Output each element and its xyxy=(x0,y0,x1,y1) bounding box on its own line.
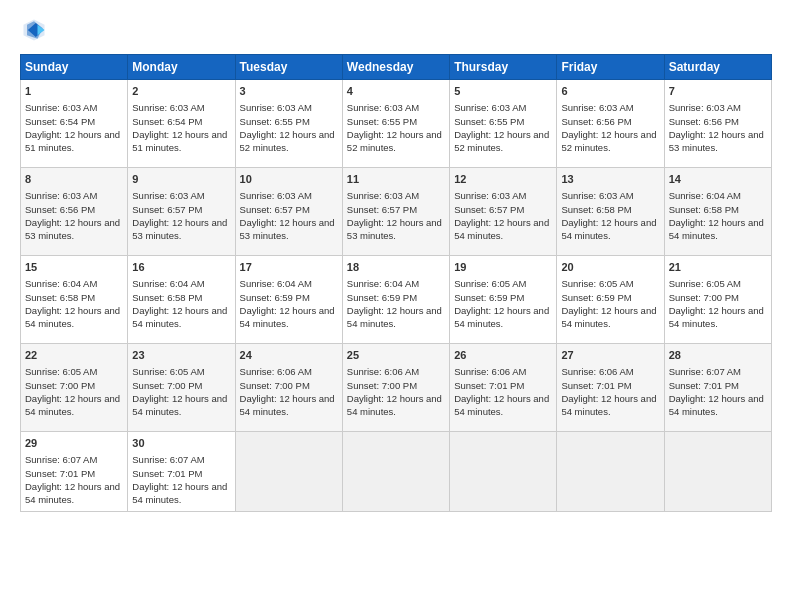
day-info: Sunrise: 6:03 AM Sunset: 6:57 PM Dayligh… xyxy=(240,190,335,241)
calendar-week-row: 22Sunrise: 6:05 AM Sunset: 7:00 PM Dayli… xyxy=(21,344,772,432)
day-number: 21 xyxy=(669,260,767,275)
day-number: 19 xyxy=(454,260,552,275)
calendar-day-cell: 11Sunrise: 6:03 AM Sunset: 6:57 PM Dayli… xyxy=(342,168,449,256)
day-number: 27 xyxy=(561,348,659,363)
calendar-day-cell: 5Sunrise: 6:03 AM Sunset: 6:55 PM Daylig… xyxy=(450,80,557,168)
day-info: Sunrise: 6:06 AM Sunset: 7:00 PM Dayligh… xyxy=(347,366,442,417)
day-number: 7 xyxy=(669,84,767,99)
day-number: 30 xyxy=(132,436,230,451)
calendar-body: 1Sunrise: 6:03 AM Sunset: 6:54 PM Daylig… xyxy=(21,80,772,512)
calendar-day-cell: 10Sunrise: 6:03 AM Sunset: 6:57 PM Dayli… xyxy=(235,168,342,256)
calendar-table: SundayMondayTuesdayWednesdayThursdayFrid… xyxy=(20,54,772,512)
day-number: 25 xyxy=(347,348,445,363)
day-number: 17 xyxy=(240,260,338,275)
calendar-header: SundayMondayTuesdayWednesdayThursdayFrid… xyxy=(21,55,772,80)
calendar-day-cell: 22Sunrise: 6:05 AM Sunset: 7:00 PM Dayli… xyxy=(21,344,128,432)
day-info: Sunrise: 6:07 AM Sunset: 7:01 PM Dayligh… xyxy=(25,454,120,505)
calendar-day-cell: 3Sunrise: 6:03 AM Sunset: 6:55 PM Daylig… xyxy=(235,80,342,168)
weekday-header: Friday xyxy=(557,55,664,80)
day-info: Sunrise: 6:06 AM Sunset: 7:00 PM Dayligh… xyxy=(240,366,335,417)
calendar-week-row: 1Sunrise: 6:03 AM Sunset: 6:54 PM Daylig… xyxy=(21,80,772,168)
day-info: Sunrise: 6:05 AM Sunset: 7:00 PM Dayligh… xyxy=(669,278,764,329)
calendar-day-cell: 4Sunrise: 6:03 AM Sunset: 6:55 PM Daylig… xyxy=(342,80,449,168)
day-number: 1 xyxy=(25,84,123,99)
weekday-header: Tuesday xyxy=(235,55,342,80)
calendar-day-cell: 16Sunrise: 6:04 AM Sunset: 6:58 PM Dayli… xyxy=(128,256,235,344)
day-number: 5 xyxy=(454,84,552,99)
day-info: Sunrise: 6:03 AM Sunset: 6:55 PM Dayligh… xyxy=(240,102,335,153)
calendar-day-cell: 13Sunrise: 6:03 AM Sunset: 6:58 PM Dayli… xyxy=(557,168,664,256)
day-number: 14 xyxy=(669,172,767,187)
day-number: 15 xyxy=(25,260,123,275)
day-info: Sunrise: 6:07 AM Sunset: 7:01 PM Dayligh… xyxy=(669,366,764,417)
day-number: 9 xyxy=(132,172,230,187)
logo xyxy=(20,16,52,44)
day-info: Sunrise: 6:05 AM Sunset: 6:59 PM Dayligh… xyxy=(454,278,549,329)
calendar-day-cell: 28Sunrise: 6:07 AM Sunset: 7:01 PM Dayli… xyxy=(664,344,771,432)
day-number: 24 xyxy=(240,348,338,363)
day-number: 12 xyxy=(454,172,552,187)
page: SundayMondayTuesdayWednesdayThursdayFrid… xyxy=(0,0,792,612)
day-info: Sunrise: 6:06 AM Sunset: 7:01 PM Dayligh… xyxy=(561,366,656,417)
day-number: 8 xyxy=(25,172,123,187)
calendar-day-cell: 12Sunrise: 6:03 AM Sunset: 6:57 PM Dayli… xyxy=(450,168,557,256)
calendar-day-cell: 15Sunrise: 6:04 AM Sunset: 6:58 PM Dayli… xyxy=(21,256,128,344)
day-info: Sunrise: 6:03 AM Sunset: 6:55 PM Dayligh… xyxy=(347,102,442,153)
calendar-day-cell: 21Sunrise: 6:05 AM Sunset: 7:00 PM Dayli… xyxy=(664,256,771,344)
calendar-day-cell: 27Sunrise: 6:06 AM Sunset: 7:01 PM Dayli… xyxy=(557,344,664,432)
weekday-header: Sunday xyxy=(21,55,128,80)
day-info: Sunrise: 6:03 AM Sunset: 6:56 PM Dayligh… xyxy=(669,102,764,153)
calendar-day-cell: 18Sunrise: 6:04 AM Sunset: 6:59 PM Dayli… xyxy=(342,256,449,344)
day-number: 13 xyxy=(561,172,659,187)
calendar-day-cell: 2Sunrise: 6:03 AM Sunset: 6:54 PM Daylig… xyxy=(128,80,235,168)
day-info: Sunrise: 6:05 AM Sunset: 6:59 PM Dayligh… xyxy=(561,278,656,329)
day-number: 16 xyxy=(132,260,230,275)
calendar-day-cell: 1Sunrise: 6:03 AM Sunset: 6:54 PM Daylig… xyxy=(21,80,128,168)
day-info: Sunrise: 6:03 AM Sunset: 6:57 PM Dayligh… xyxy=(347,190,442,241)
weekday-header: Monday xyxy=(128,55,235,80)
calendar-week-row: 15Sunrise: 6:04 AM Sunset: 6:58 PM Dayli… xyxy=(21,256,772,344)
calendar-day-cell xyxy=(235,432,342,512)
weekday-header: Saturday xyxy=(664,55,771,80)
day-info: Sunrise: 6:04 AM Sunset: 6:58 PM Dayligh… xyxy=(132,278,227,329)
day-number: 4 xyxy=(347,84,445,99)
day-info: Sunrise: 6:03 AM Sunset: 6:55 PM Dayligh… xyxy=(454,102,549,153)
day-number: 26 xyxy=(454,348,552,363)
day-number: 11 xyxy=(347,172,445,187)
weekday-row: SundayMondayTuesdayWednesdayThursdayFrid… xyxy=(21,55,772,80)
day-info: Sunrise: 6:03 AM Sunset: 6:54 PM Dayligh… xyxy=(25,102,120,153)
day-info: Sunrise: 6:04 AM Sunset: 6:59 PM Dayligh… xyxy=(347,278,442,329)
day-number: 28 xyxy=(669,348,767,363)
calendar-day-cell: 17Sunrise: 6:04 AM Sunset: 6:59 PM Dayli… xyxy=(235,256,342,344)
day-info: Sunrise: 6:03 AM Sunset: 6:54 PM Dayligh… xyxy=(132,102,227,153)
calendar-day-cell: 14Sunrise: 6:04 AM Sunset: 6:58 PM Dayli… xyxy=(664,168,771,256)
day-info: Sunrise: 6:04 AM Sunset: 6:58 PM Dayligh… xyxy=(669,190,764,241)
day-number: 6 xyxy=(561,84,659,99)
day-info: Sunrise: 6:05 AM Sunset: 7:00 PM Dayligh… xyxy=(25,366,120,417)
weekday-header: Wednesday xyxy=(342,55,449,80)
day-number: 2 xyxy=(132,84,230,99)
calendar-day-cell: 7Sunrise: 6:03 AM Sunset: 6:56 PM Daylig… xyxy=(664,80,771,168)
calendar-day-cell: 25Sunrise: 6:06 AM Sunset: 7:00 PM Dayli… xyxy=(342,344,449,432)
day-number: 3 xyxy=(240,84,338,99)
calendar-day-cell: 6Sunrise: 6:03 AM Sunset: 6:56 PM Daylig… xyxy=(557,80,664,168)
day-number: 10 xyxy=(240,172,338,187)
day-info: Sunrise: 6:05 AM Sunset: 7:00 PM Dayligh… xyxy=(132,366,227,417)
day-info: Sunrise: 6:03 AM Sunset: 6:56 PM Dayligh… xyxy=(561,102,656,153)
calendar-day-cell: 23Sunrise: 6:05 AM Sunset: 7:00 PM Dayli… xyxy=(128,344,235,432)
day-info: Sunrise: 6:03 AM Sunset: 6:56 PM Dayligh… xyxy=(25,190,120,241)
calendar-day-cell: 29Sunrise: 6:07 AM Sunset: 7:01 PM Dayli… xyxy=(21,432,128,512)
day-number: 18 xyxy=(347,260,445,275)
day-number: 20 xyxy=(561,260,659,275)
calendar-day-cell: 20Sunrise: 6:05 AM Sunset: 6:59 PM Dayli… xyxy=(557,256,664,344)
calendar-day-cell: 19Sunrise: 6:05 AM Sunset: 6:59 PM Dayli… xyxy=(450,256,557,344)
calendar-day-cell: 30Sunrise: 6:07 AM Sunset: 7:01 PM Dayli… xyxy=(128,432,235,512)
calendar-day-cell xyxy=(664,432,771,512)
day-info: Sunrise: 6:03 AM Sunset: 6:58 PM Dayligh… xyxy=(561,190,656,241)
calendar-day-cell: 24Sunrise: 6:06 AM Sunset: 7:00 PM Dayli… xyxy=(235,344,342,432)
header xyxy=(20,16,772,44)
day-info: Sunrise: 6:04 AM Sunset: 6:58 PM Dayligh… xyxy=(25,278,120,329)
calendar-day-cell xyxy=(450,432,557,512)
calendar-week-row: 29Sunrise: 6:07 AM Sunset: 7:01 PM Dayli… xyxy=(21,432,772,512)
day-number: 22 xyxy=(25,348,123,363)
